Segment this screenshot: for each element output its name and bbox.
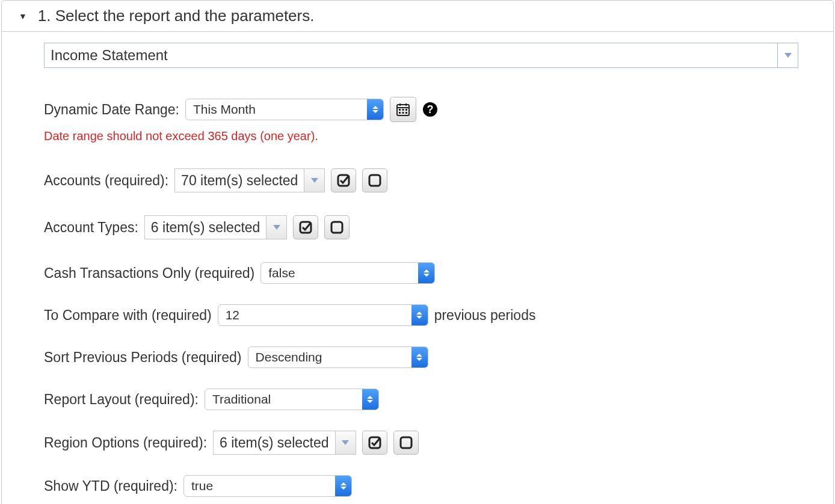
show-ytd-spinner[interactable] bbox=[335, 476, 351, 496]
accounts-select-all-button[interactable] bbox=[331, 168, 356, 192]
panel-title: 1. Select the report and the parameters. bbox=[38, 7, 315, 25]
to-compare-spinner[interactable] bbox=[411, 305, 428, 325]
dynamic-date-range-row: Dynamic Date Range: This Month ? bbox=[44, 97, 833, 122]
help-button[interactable]: ? bbox=[422, 102, 438, 117]
svg-marker-16 bbox=[273, 225, 280, 230]
question-circle-icon: ? bbox=[422, 102, 438, 117]
accounts-dropdown-btn[interactable] bbox=[304, 169, 324, 192]
cash-transactions-spinner[interactable] bbox=[418, 263, 434, 283]
to-compare-input[interactable]: 12 bbox=[218, 304, 428, 326]
show-ytd-label: Show YTD (required): bbox=[44, 478, 177, 494]
sort-previous-value: Descending bbox=[248, 347, 411, 367]
cash-transactions-row: Cash Transactions Only (required) false bbox=[44, 262, 833, 284]
svg-rect-10 bbox=[405, 112, 407, 114]
show-ytd-select[interactable]: true bbox=[183, 475, 352, 497]
calendar-icon bbox=[396, 102, 410, 117]
cash-transactions-value: false bbox=[261, 263, 418, 283]
account-types-multiselect[interactable]: 6 item(s) selected bbox=[144, 215, 288, 239]
account-types-label: Account Types: bbox=[44, 220, 138, 236]
svg-marker-0 bbox=[784, 53, 792, 58]
collapse-caret-icon: ▼ bbox=[19, 11, 27, 21]
svg-rect-5 bbox=[399, 109, 401, 111]
svg-rect-3 bbox=[399, 103, 401, 106]
accounts-row: Accounts (required): 70 item(s) selected bbox=[44, 168, 833, 192]
report-select-dropdown-btn[interactable] bbox=[777, 43, 798, 67]
svg-text:?: ? bbox=[427, 103, 434, 115]
check-square-icon bbox=[337, 174, 350, 187]
panel-header[interactable]: ▼ 1. Select the report and the parameter… bbox=[2, 1, 833, 32]
svg-rect-4 bbox=[405, 103, 407, 106]
svg-rect-7 bbox=[405, 109, 407, 111]
report-layout-spinner[interactable] bbox=[362, 389, 378, 410]
empty-square-icon bbox=[368, 174, 381, 187]
account-types-dropdown-btn[interactable] bbox=[266, 216, 286, 239]
sort-previous-label: Sort Previous Periods (required) bbox=[44, 349, 242, 366]
cash-transactions-select[interactable]: false bbox=[260, 262, 435, 284]
report-layout-value: Traditional bbox=[205, 389, 362, 410]
region-options-row: Region Options (required): 6 item(s) sel… bbox=[44, 431, 833, 455]
svg-rect-21 bbox=[401, 437, 411, 448]
sort-previous-select[interactable]: Descending bbox=[248, 346, 428, 368]
svg-marker-19 bbox=[342, 440, 349, 445]
check-square-icon bbox=[368, 436, 381, 449]
report-layout-select[interactable]: Traditional bbox=[205, 389, 379, 410]
accounts-deselect-all-button[interactable] bbox=[362, 168, 387, 192]
check-square-icon bbox=[299, 221, 312, 234]
account-types-select-all-button[interactable] bbox=[293, 215, 318, 239]
empty-square-icon bbox=[399, 436, 413, 449]
account-types-deselect-all-button[interactable] bbox=[324, 215, 350, 239]
svg-rect-6 bbox=[402, 109, 404, 111]
chevron-down-icon bbox=[273, 225, 280, 230]
cash-transactions-label: Cash Transactions Only (required) bbox=[44, 265, 254, 281]
report-panel: ▼ 1. Select the report and the parameter… bbox=[1, 0, 834, 504]
to-compare-label: To Compare with (required) bbox=[44, 307, 212, 324]
to-compare-row: To Compare with (required) 12 previous p… bbox=[44, 304, 833, 326]
to-compare-value: 12 bbox=[218, 305, 411, 325]
account-types-row: Account Types: 6 item(s) selected bbox=[44, 215, 833, 239]
svg-rect-15 bbox=[369, 175, 380, 186]
sort-previous-spinner[interactable] bbox=[411, 347, 428, 367]
panel-body: Income Statement Dynamic Date Range: Thi… bbox=[2, 32, 833, 504]
sort-previous-row: Sort Previous Periods (required) Descend… bbox=[44, 346, 833, 368]
show-ytd-value: true bbox=[184, 476, 335, 496]
dynamic-date-range-spinner[interactable] bbox=[367, 99, 383, 120]
dynamic-date-range-value: This Month bbox=[186, 99, 367, 120]
report-layout-label: Report Layout (required): bbox=[44, 392, 199, 408]
accounts-value: 70 item(s) selected bbox=[175, 169, 304, 192]
region-options-deselect-all-button[interactable] bbox=[393, 431, 419, 455]
accounts-multiselect[interactable]: 70 item(s) selected bbox=[174, 168, 325, 192]
region-options-value: 6 item(s) selected bbox=[214, 431, 335, 454]
dynamic-date-range-select[interactable]: This Month bbox=[185, 99, 384, 120]
account-types-value: 6 item(s) selected bbox=[145, 216, 267, 239]
chevron-down-icon bbox=[311, 178, 318, 183]
region-options-select-all-button[interactable] bbox=[362, 431, 387, 455]
empty-square-icon bbox=[330, 221, 344, 234]
accounts-label: Accounts (required): bbox=[44, 173, 168, 189]
svg-marker-13 bbox=[311, 178, 318, 183]
calendar-button[interactable] bbox=[390, 97, 416, 122]
svg-rect-8 bbox=[399, 112, 401, 114]
date-range-warning: Date range should not exceed 365 days (o… bbox=[44, 129, 833, 143]
region-options-multiselect[interactable]: 6 item(s) selected bbox=[213, 431, 356, 455]
report-select-value: Income Statement bbox=[45, 43, 777, 67]
report-layout-row: Report Layout (required): Traditional bbox=[44, 389, 833, 410]
region-options-label: Region Options (required): bbox=[44, 435, 207, 451]
dynamic-date-range-label: Dynamic Date Range: bbox=[44, 102, 179, 118]
chevron-down-icon bbox=[342, 440, 349, 445]
show-ytd-row: Show YTD (required): true bbox=[44, 475, 833, 497]
report-select[interactable]: Income Statement bbox=[44, 43, 798, 68]
svg-rect-18 bbox=[331, 222, 342, 233]
svg-rect-9 bbox=[402, 112, 404, 114]
region-options-dropdown-btn[interactable] bbox=[335, 431, 356, 454]
to-compare-suffix: previous periods bbox=[434, 307, 536, 324]
